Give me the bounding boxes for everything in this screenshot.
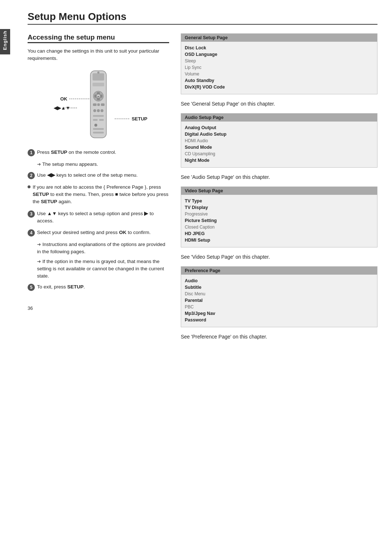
item-lip-sync: Lip Sync xyxy=(185,64,373,71)
svg-rect-19 xyxy=(93,128,104,130)
remote-illustration: OK ◀▶▲▼ SETUP xyxy=(28,69,169,141)
item-progressive: Progressive xyxy=(185,211,373,217)
step-num-2: 2 xyxy=(28,172,35,179)
remote-svg: OK xyxy=(66,69,131,141)
svg-point-13 xyxy=(97,109,100,112)
see-audio-chapter: See 'Audio Setup Page' on this chapter. xyxy=(181,174,377,180)
preference-panel: Preference Page Audio Subtitle Disc Menu… xyxy=(181,266,377,327)
item-pbc: PBC xyxy=(185,304,373,310)
setup-dotline xyxy=(115,119,129,119)
step-3: 3 Use ▲▼ keys to select a setup option a… xyxy=(28,210,169,225)
svg-rect-17 xyxy=(99,119,104,121)
audio-setup-header: Audio Setup Page xyxy=(181,114,377,122)
step-2: 2 Use ◀▶ keys to select one of the setup… xyxy=(28,172,169,179)
item-night-mode: Night Mode xyxy=(185,157,373,164)
step-num-3: 3 xyxy=(28,210,35,218)
step-5: 5 To exit, press SETUP. xyxy=(28,283,169,291)
item-sound-mode: Sound Mode xyxy=(185,144,373,151)
see-general-chapter: See 'General Setup Page' on this chapter… xyxy=(181,101,377,107)
svg-rect-10 xyxy=(97,103,100,106)
step-4-text: Select your desired setting and press OK… xyxy=(37,229,169,236)
step-bullet-1: If you are not able to access the { Pref… xyxy=(28,184,169,206)
item-audio: Audio xyxy=(185,278,373,284)
intro-text: You can change the settings in this unit… xyxy=(28,48,169,62)
item-password: Password xyxy=(185,317,373,323)
step-5-text: To exit, press SETUP. xyxy=(37,283,169,291)
item-sleep: Sleep xyxy=(185,58,373,64)
item-hdmi-setup: HDMI Setup xyxy=(185,237,373,243)
video-setup-header: Video Setup Page xyxy=(181,187,377,195)
svg-point-18 xyxy=(94,124,97,127)
svg-point-12 xyxy=(93,109,96,112)
item-analog-output: Analog Output xyxy=(185,124,373,131)
item-cd-upsampling: CD Upsampling xyxy=(185,151,373,157)
item-volume: Volume xyxy=(185,71,373,77)
item-hd-jpeg: HD JPEG xyxy=(185,230,373,237)
step-4: 4 Select your desired setting and press … xyxy=(28,229,169,237)
item-subtitle: Subtitle xyxy=(185,284,373,291)
step-1-text: Press SETUP on the remote control. xyxy=(37,149,169,156)
ok-label: OK xyxy=(60,96,68,102)
ok-dotline xyxy=(69,99,89,99)
step-1: 1 Press SETUP on the remote control. xyxy=(28,149,169,156)
step-2-text: Use ◀▶ keys to select one of the setup m… xyxy=(37,172,169,179)
svg-text:OK: OK xyxy=(97,96,99,98)
step-4-sub: ➜ Instructions and explanations of the o… xyxy=(37,241,169,280)
step-1-sub: ➜ The setup menu appears. xyxy=(37,161,169,168)
svg-rect-9 xyxy=(93,103,97,106)
general-setup-body: Disc Lock OSD Language Sleep Lip Sync Vo… xyxy=(181,42,377,94)
item-picture-setting: Picture Setting xyxy=(185,217,373,224)
audio-setup-panel: Audio Setup Page Analog Output Digital A… xyxy=(181,113,377,168)
audio-setup-body: Analog Output Digital Audio Setup HDMI A… xyxy=(181,122,377,167)
svg-rect-1 xyxy=(93,73,104,81)
right-column: General Setup Page Disc Lock OSD Languag… xyxy=(181,33,377,346)
left-column: Accessing the setup menu You can change … xyxy=(28,33,169,346)
svg-rect-3 xyxy=(93,83,104,86)
see-preference-chapter: See 'Preference Page' on this chapter. xyxy=(181,334,377,340)
setup-label: SETUP xyxy=(132,116,147,122)
step-num-5: 5 xyxy=(28,284,35,291)
item-disc-lock: Disc Lock xyxy=(185,45,373,51)
page-title: Setup Menu Options xyxy=(28,11,377,22)
item-tv-type: TV Type xyxy=(185,198,373,204)
page-number: 36 xyxy=(28,305,169,311)
svg-rect-16 xyxy=(93,119,98,121)
page-title-divider xyxy=(28,24,377,25)
item-disc-menu: Disc Menu xyxy=(185,291,373,297)
section-title: Accessing the setup menu xyxy=(28,33,169,41)
svg-rect-20 xyxy=(93,132,104,134)
general-setup-header: General Setup Page xyxy=(181,34,377,42)
item-tv-display: TV Display xyxy=(185,204,373,211)
preference-body: Audio Subtitle Disc Menu Parental PBC Mp… xyxy=(181,275,377,327)
svg-rect-11 xyxy=(101,103,105,106)
bullet-icon-1 xyxy=(28,185,30,188)
preference-header: Preference Page xyxy=(181,267,377,275)
item-digital-audio-setup: Digital Audio Setup xyxy=(185,131,373,138)
step-3-text: Use ▲▼ keys to select a setup option and… xyxy=(37,210,169,225)
step-num-4: 4 xyxy=(28,229,35,237)
section-divider xyxy=(28,42,169,43)
sidebar-english-label: English xyxy=(0,29,10,54)
item-closed-caption: Closed Caption xyxy=(185,224,373,230)
video-setup-body: TV Type TV Display Progressive Picture S… xyxy=(181,195,377,247)
item-auto-standby: Auto Standby xyxy=(185,77,373,84)
svg-point-14 xyxy=(101,109,103,112)
steps-list: 1 Press SETUP on the remote control. ➜ T… xyxy=(28,149,169,291)
item-parental: Parental xyxy=(185,297,373,304)
item-divx-vod: DivX(R) VOD Code xyxy=(185,84,373,90)
see-video-chapter: See 'Video Setup Page' on this chapter. xyxy=(181,254,377,260)
svg-rect-15 xyxy=(93,115,104,117)
video-setup-panel: Video Setup Page TV Type TV Display Prog… xyxy=(181,186,377,247)
general-setup-panel: General Setup Page Disc Lock OSD Languag… xyxy=(181,33,377,94)
item-mp3-jpeg-nav: Mp3/Jpeg Nav xyxy=(185,310,373,317)
item-hdmi-audio: HDMI Audio xyxy=(185,138,373,144)
svg-point-2 xyxy=(97,71,99,74)
arrow-dotline xyxy=(64,108,77,108)
bullet-1-text: If you are not able to access the { Pref… xyxy=(33,184,169,206)
step-num-1: 1 xyxy=(28,149,35,156)
item-osd-language: OSD Language xyxy=(185,51,373,58)
